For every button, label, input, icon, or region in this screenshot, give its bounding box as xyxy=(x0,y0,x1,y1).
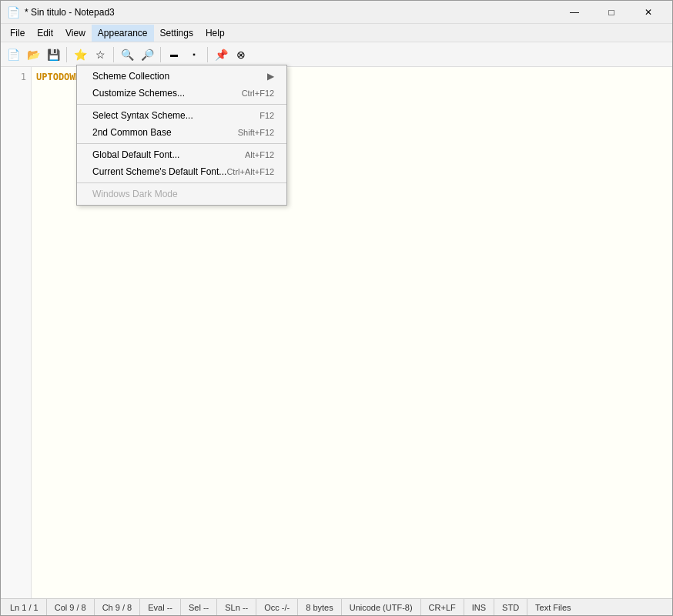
close-x-icon[interactable]: ⊗ xyxy=(232,45,250,64)
dropdown-sep-3 xyxy=(77,182,286,183)
statusbar: Ln 1 / 1 Col 9 / 8 Ch 9 / 8 Eval -- Sel … xyxy=(1,598,672,615)
minimize-button[interactable]: — xyxy=(557,1,592,24)
global-font-label: Global Default Font... xyxy=(92,149,179,160)
bookmark2-icon[interactable]: ☆ xyxy=(91,45,109,64)
window-title: * Sin titulo - Notepad3 xyxy=(25,7,115,18)
2nd-common-base-item[interactable]: 2nd Common Base Shift+F12 xyxy=(77,124,286,141)
filetype-status: Text Files xyxy=(527,599,578,615)
global-font-item[interactable]: Global Default Font... Alt+F12 xyxy=(77,146,286,163)
block-icon[interactable]: ▪ xyxy=(185,45,203,64)
app-icon: 📄 xyxy=(7,6,20,18)
titlebar-controls: — □ ✕ xyxy=(557,1,666,24)
titlebar: 📄 * Sin titulo - Notepad3 — □ ✕ xyxy=(1,1,672,24)
toolbar-sep-4 xyxy=(207,47,208,62)
find2-icon[interactable]: 🔎 xyxy=(138,45,156,64)
menu-appearance[interactable]: Appearance xyxy=(92,25,154,42)
toolbar: 📄 📂 💾 ⭐ ☆ 🔍 🔎 ▬ ▪ 📌 ⊗ xyxy=(1,42,672,67)
toolbar-sep-2 xyxy=(113,47,114,62)
save-button[interactable]: 💾 xyxy=(44,45,62,64)
bookmark-icon[interactable]: ⭐ xyxy=(71,45,89,64)
bytes-status: 8 bytes xyxy=(298,599,341,615)
menu-settings[interactable]: Settings xyxy=(154,25,199,42)
customize-schemes-shortcut: Ctrl+F12 xyxy=(242,89,275,98)
line-icon[interactable]: ▬ xyxy=(165,45,183,64)
global-font-shortcut: Alt+F12 xyxy=(245,150,274,159)
menu-view[interactable]: View xyxy=(59,25,92,42)
line-number-1: 1 xyxy=(1,70,31,84)
submenu-arrow: ▶ xyxy=(267,71,274,82)
dark-mode-item: Windows Dark Mode xyxy=(77,186,286,203)
titlebar-left: 📄 * Sin titulo - Notepad3 xyxy=(7,6,115,18)
scheme-collection-item[interactable]: Scheme Collection ▶ xyxy=(77,68,286,85)
dropdown-sep-2 xyxy=(77,143,286,144)
menu-help[interactable]: Help xyxy=(199,25,231,42)
find-icon[interactable]: 🔍 xyxy=(118,45,136,64)
2nd-common-base-label: 2nd Common Base xyxy=(92,127,172,138)
col-status: Col 9 / 8 xyxy=(47,599,95,615)
menubar: File Edit View Appearance Settings Help … xyxy=(1,24,672,42)
ins-status: INS xyxy=(464,599,494,615)
sln-status: SLn -- xyxy=(217,599,256,615)
customize-schemes-item[interactable]: Customize Schemes... Ctrl+F12 xyxy=(77,85,286,102)
dropdown-sep-1 xyxy=(77,104,286,105)
toolbar-sep-1 xyxy=(66,47,67,62)
current-font-shortcut: Ctrl+Alt+F12 xyxy=(226,167,274,176)
close-button[interactable]: ✕ xyxy=(631,1,666,24)
select-syntax-shortcut: F12 xyxy=(259,111,274,120)
dark-mode-label: Windows Dark Mode xyxy=(92,189,178,199)
open-button[interactable]: 📂 xyxy=(24,45,42,64)
sel-status: Sel -- xyxy=(181,599,217,615)
main-window: 📄 * Sin titulo - Notepad3 — □ ✕ File Edi… xyxy=(0,0,673,616)
ch-status: Ch 9 / 8 xyxy=(95,599,141,615)
std-status: STD xyxy=(494,599,527,615)
select-syntax-item[interactable]: Select Syntax Scheme... F12 xyxy=(77,107,286,124)
line-numbers: 1 xyxy=(1,67,32,598)
maximize-button[interactable]: □ xyxy=(594,1,629,24)
occ-status: Occ -/- xyxy=(256,599,298,615)
menu-edit[interactable]: Edit xyxy=(31,25,59,42)
current-font-item[interactable]: Current Scheme's Default Font... Ctrl+Al… xyxy=(77,163,286,180)
line-status: Ln 1 / 1 xyxy=(7,599,47,615)
toolbar-sep-3 xyxy=(160,47,161,62)
pin-icon[interactable]: 📌 xyxy=(212,45,230,64)
current-font-label: Current Scheme's Default Font... xyxy=(92,166,226,177)
select-syntax-label: Select Syntax Scheme... xyxy=(92,110,193,121)
eval-status: Eval -- xyxy=(140,599,181,615)
editor-text-1: UPTODOWN xyxy=(36,70,81,84)
appearance-dropdown: Scheme Collection ▶ Customize Schemes...… xyxy=(76,65,287,206)
new-button[interactable]: 📄 xyxy=(4,45,22,64)
menu-file[interactable]: File xyxy=(4,25,31,42)
customize-schemes-label: Customize Schemes... xyxy=(92,88,185,99)
encoding-status: Unicode (UTF-8) xyxy=(342,599,421,615)
2nd-common-base-shortcut: Shift+F12 xyxy=(238,128,274,137)
scheme-collection-label: Scheme Collection xyxy=(92,71,169,82)
lineend-status: CR+LF xyxy=(421,599,464,615)
